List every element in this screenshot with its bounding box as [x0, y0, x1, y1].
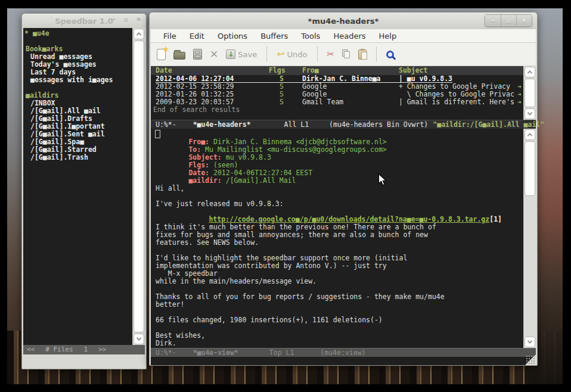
paste-button[interactable] [358, 49, 367, 60]
open-file-button[interactable] [173, 49, 185, 60]
scroll-track[interactable] [524, 197, 536, 336]
chevron-down-icon [527, 110, 532, 115]
resize-grip[interactable] [526, 355, 536, 365]
menu-item-edit[interactable]: Edit [183, 32, 211, 41]
menu-item-buffers[interactable]: Buffers [254, 32, 294, 41]
menu-item-file[interactable]: File [157, 32, 183, 41]
headers-scrollbar[interactable] [523, 66, 536, 120]
save-label: Save [238, 50, 257, 59]
body-line: 66 files changed, 1980 insertions(+), 11… [151, 316, 523, 324]
file-cabinet-icon [193, 49, 202, 60]
open-folder-icon [173, 52, 185, 60]
body-line: http://code.google.co■/p/■u0/downloads/d… [151, 208, 523, 216]
speedbar-files-label: # Files [45, 345, 73, 354]
body-line: better! [151, 301, 523, 309]
chevron-down-icon [527, 338, 532, 343]
speedbar-prev-button[interactable]: << [27, 345, 35, 354]
menu-item-headers[interactable]: Headers [327, 32, 372, 41]
speedbar-window: Speedbar 1.0 – ▫ ✕ * ■u4e Book■arks Unre… [21, 13, 147, 369]
scroll-up-button[interactable] [134, 29, 144, 39]
chevron-down-icon [136, 335, 141, 340]
cut-icon: ✂ [327, 50, 335, 59]
dired-button[interactable] [193, 49, 202, 60]
speedbar-root-mu4e[interactable]: ■u4e [33, 30, 49, 38]
speedbar-item-messages-with-images[interactable]: ■essages with i■ages [23, 76, 132, 84]
text-cursor [156, 130, 160, 138]
chevron-up-icon [527, 133, 532, 138]
echo-area [151, 357, 536, 365]
fringe-star-icon: * [23, 30, 33, 38]
speedbar-status-bar: << # Files 1 >> [23, 345, 145, 354]
modeline-position: Top L1 [269, 349, 294, 357]
toolbar: ★ ✕ ↓ Save ↩ Undo ✂ [151, 43, 536, 66]
scroll-down-button[interactable] [525, 108, 535, 119]
menu-item-options[interactable]: Options [211, 32, 254, 41]
column-header-flags[interactable]: Flgs [269, 67, 302, 74]
speedbar-scrollbar[interactable] [132, 28, 145, 345]
row-subject: | Gmail is different. Here's [399, 98, 514, 106]
scroll-thumb[interactable] [525, 141, 535, 196]
maximize-icon[interactable]: ▫ [124, 16, 128, 23]
speedbar-item-trash[interactable]: /[G■ail].Trash [23, 154, 132, 161]
body-line: Thanks to all of you for bug reports / s… [151, 293, 523, 301]
undo-button[interactable]: ↩ Undo [277, 49, 307, 59]
close-icon[interactable]: ✕ [516, 15, 532, 26]
search-button[interactable] [386, 51, 396, 58]
row-flags: S [269, 98, 302, 106]
new-file-button[interactable]: ★ [157, 49, 166, 60]
scroll-thumb[interactable] [525, 79, 535, 107]
column-header-from[interactable]: Fro■ [302, 67, 399, 74]
speedbar-next-button[interactable]: >> [98, 345, 106, 354]
maximize-icon[interactable]: ▫ [501, 15, 516, 26]
body-line: features. See NEWS below. [151, 239, 523, 247]
undo-icon: ↩ [277, 49, 284, 59]
minimize-icon[interactable]: – [485, 15, 501, 26]
scroll-down-button[interactable] [525, 337, 535, 347]
window-title: *mu4e-headers* [308, 17, 379, 26]
chevron-up-icon [136, 32, 141, 37]
message-view-pane: Fro■: Dirk-Jan C. Binnema <djcb@djcbsoft… [151, 129, 523, 348]
copy-button[interactable] [342, 49, 350, 59]
modeline-position: All L1 [284, 120, 309, 129]
end-of-results-text: End of search results [151, 106, 523, 114]
row-from: Dirk-Jan C. Binne■a [302, 75, 399, 82]
mouse-cursor [378, 173, 387, 186]
chevron-up-icon [527, 70, 532, 75]
menu-item-help[interactable]: Help [373, 32, 404, 41]
save-button[interactable]: ↓ Save [226, 49, 257, 59]
close-icon[interactable]: ✕ [136, 16, 141, 23]
header-row[interactable]: 2009-03-23 20:03:57 S Gmail Team | Gmail… [151, 98, 523, 106]
scroll-thumb[interactable] [134, 41, 144, 332]
scroll-up-button[interactable] [525, 67, 535, 77]
search-icon [386, 51, 394, 58]
modeline-major-mode: (mu4e:view) [320, 349, 365, 357]
undo-label: Undo [287, 50, 308, 59]
column-header-subject[interactable]: Subject [399, 67, 427, 74]
menu-bar: File Edit Options Buffers Tools Headers … [151, 29, 536, 43]
scroll-down-button[interactable] [134, 334, 144, 344]
menu-item-tools[interactable]: Tools [294, 32, 327, 41]
row-flags: S [269, 83, 302, 91]
emacs-titlebar[interactable]: *mu4e-headers* – ▫ ✕ [150, 13, 537, 29]
modeline-headers: U:%*- *■u4e-headers* All L1 (mu4e-header… [151, 120, 536, 129]
modeline-flags: U:%*- [156, 120, 176, 129]
field-row: Flgs: (seen) [151, 154, 523, 161]
row-flags: S [269, 75, 302, 82]
modeline-view: U:%*- *■u4e-view* Top L1 (mu4e:view) [151, 348, 536, 357]
scroll-up-button[interactable] [525, 129, 535, 140]
speedbar-title: Speedbar 1.0 [55, 17, 113, 26]
speedbar-files-count: 1 [84, 345, 88, 354]
speedbar-titlebar[interactable]: Speedbar 1.0 – ▫ ✕ [22, 14, 146, 28]
column-header-date[interactable]: Date [156, 67, 269, 74]
modeline-query: "■aildir:/[G■ail].All ■ail" [433, 120, 544, 129]
cut-button[interactable]: ✂ [327, 50, 335, 59]
toolbar-separator [376, 46, 377, 62]
body-line: I've just released mu v0.9.8.3: [151, 200, 523, 208]
modeline-flags: U:%*- [156, 349, 176, 357]
view-scrollbar[interactable] [523, 129, 536, 348]
kill-buffer-button[interactable]: ✕ [210, 49, 218, 60]
close-buffer-icon: ✕ [210, 49, 218, 60]
toolbar-separator [317, 46, 318, 62]
minimize-icon[interactable]: – [113, 16, 116, 23]
truncation-arrow-icon: ➔ [517, 98, 522, 106]
